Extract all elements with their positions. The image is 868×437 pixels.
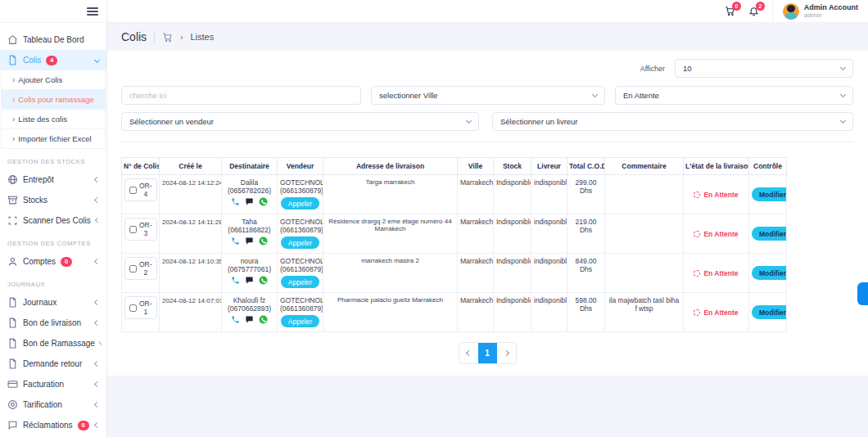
column-header: Contrôle: [749, 158, 787, 175]
sidebar-item-entrepot[interactable]: Entrepôt: [0, 169, 106, 190]
created-cell: 2024-08-12 14:11:28: [160, 214, 222, 254]
whatsapp-icon[interactable]: [259, 197, 268, 206]
floating-settings-button[interactable]: [857, 282, 868, 305]
row-checkbox[interactable]: [129, 265, 137, 273]
city-cell: Marrakech: [458, 175, 494, 214]
courier-select[interactable]: Sélectionner un livreur: [492, 112, 853, 131]
comment-cell: ila majwbatch tasl biha f wtsp: [605, 293, 684, 332]
sidebar-nav: Tableau De BordColis4›Ajouter Colis›Coli…: [0, 23, 106, 435]
sms-icon[interactable]: [245, 197, 254, 206]
phone-icon[interactable]: [231, 276, 240, 285]
sidebar-item-stocks[interactable]: Stocks: [0, 190, 106, 210]
sidebar-item-journaux[interactable]: Journaux: [0, 292, 106, 313]
sms-icon[interactable]: [245, 276, 254, 285]
sms-icon[interactable]: [245, 315, 254, 324]
sidebar-item-tarification[interactable]: Tarification: [0, 394, 106, 415]
row-checkbox[interactable]: [129, 304, 137, 312]
phone-icon[interactable]: [231, 197, 240, 206]
created-cell: 2024-08-12 14:10:35: [160, 254, 222, 293]
chevron-left-icon: [94, 300, 100, 305]
row-checkbox[interactable]: [129, 226, 137, 233]
page-size-select[interactable]: 10: [675, 59, 853, 78]
call-vendor-button[interactable]: Appeler: [281, 315, 319, 327]
home-icon: [7, 34, 18, 45]
sidebar-item-ajouter-colis[interactable]: ›Ajouter Colis: [2, 70, 105, 90]
sidebar-item-liste-des-colis[interactable]: ›Liste des colis: [2, 110, 105, 129]
courier-cell: indisponible: [531, 293, 567, 332]
comment-cell: [605, 254, 684, 293]
sidebar-item-comptes[interactable]: Comptes0: [0, 251, 106, 272]
sidebar-item-demande-retour[interactable]: Demande retour: [0, 354, 106, 374]
whatsapp-icon[interactable]: [259, 315, 268, 324]
city-cell: Marrakech: [458, 214, 494, 254]
call-vendor-button[interactable]: Appeler: [281, 237, 319, 249]
call-vendor-button[interactable]: Appeler: [281, 276, 319, 288]
spinner-icon: [694, 309, 700, 316]
modify-button[interactable]: Modifier: [752, 187, 787, 201]
notifications-button[interactable]: 2: [748, 6, 759, 16]
vendor-cell: GOTECHNOLOGY (0661360879) Appeler: [278, 254, 323, 293]
next-page-button[interactable]: [497, 343, 516, 363]
city-cell: Marrakech: [458, 254, 494, 293]
phone-icon[interactable]: [231, 315, 240, 324]
column-header: Stock: [494, 158, 531, 175]
comment-cell: [605, 214, 684, 254]
modify-button[interactable]: Modifier: [752, 227, 787, 241]
cod-cell: 598.00 Dhs: [567, 293, 605, 332]
sidebar-item-colis-pour-ramassage[interactable]: ›Colis pour ramassage: [2, 90, 105, 110]
hamburger-menu-icon[interactable]: [87, 6, 98, 17]
page-content: Colis › Listes Afficher 10: [106, 23, 868, 437]
sidebar-item-colis[interactable]: Colis4: [0, 50, 106, 70]
created-cell: 2024-08-12 14:12:24: [160, 175, 222, 214]
cod-cell: 299.00 Dhs: [567, 175, 605, 214]
prev-page-button[interactable]: [459, 343, 478, 363]
order-id-box: OR-3: [124, 218, 157, 241]
chevron-left-icon: [94, 381, 100, 387]
file-icon: [7, 55, 18, 65]
sidebar-item-reclamations[interactable]: Réclamations0: [0, 415, 106, 435]
status-select[interactable]: En Attente: [615, 86, 853, 105]
row-checkbox[interactable]: [129, 187, 137, 194]
sidebar-item-tableau-de-bord[interactable]: Tableau De Bord: [0, 29, 106, 50]
address-cell: marrakech masira 2: [323, 254, 458, 293]
sidebar-item-bon-de-livraison[interactable]: Bon de livraison: [0, 313, 106, 333]
cart-button[interactable]: 0: [725, 6, 735, 16]
chevron-left-icon: [94, 422, 100, 428]
breadcrumb-current[interactable]: Listes: [190, 32, 214, 42]
modify-button[interactable]: Modifier: [752, 305, 787, 319]
whatsapp-icon[interactable]: [259, 237, 268, 246]
sidebar-item-importer-fichier-excel[interactable]: ›Importer fichier Excel: [2, 129, 105, 148]
stock-cell: Indisponible: [494, 175, 531, 214]
sms-icon[interactable]: [245, 237, 254, 246]
card-icon: [7, 379, 18, 390]
city-select[interactable]: selectionner Ville: [371, 86, 605, 105]
nav-section-label: GESTION DES COMPTES: [0, 231, 106, 251]
parcels-table: N° de ColisCréé leDestinataireVendeurAdr…: [121, 157, 787, 332]
list-card: Afficher 10 selectionner Ville En Attent…: [106, 51, 868, 376]
sidebar-item-scanner-des-colis[interactable]: Scanner Des Colis: [0, 210, 106, 231]
file-icon: [7, 358, 18, 369]
control-cell: Modifier: [749, 175, 787, 214]
address-cell: Pharmacie palacio gueliz Marrakech: [323, 293, 458, 332]
vendor-select[interactable]: Sélectionner un vendeur: [121, 112, 479, 131]
sidebar-item-facturation[interactable]: Facturation: [0, 374, 106, 394]
search-input[interactable]: [121, 86, 361, 105]
stock-cell: Indisponible: [494, 293, 531, 332]
modify-button[interactable]: Modifier: [752, 266, 787, 280]
file-icon: [7, 338, 18, 349]
courier-cell: indisponible: [531, 214, 567, 254]
pagination: 1: [121, 342, 853, 364]
spinner-icon: [694, 191, 700, 198]
whatsapp-icon[interactable]: [259, 276, 268, 285]
avatar: [783, 3, 799, 20]
user-menu[interactable]: Admin Account admin: [772, 0, 858, 22]
chevron-left-icon: [94, 402, 100, 408]
created-cell: 2024-08-12 14:07:01: [160, 293, 222, 332]
stock-cell: Indisponible: [494, 214, 531, 254]
sidebar-item-bon-de-ramassage[interactable]: Bon de Ramassage: [0, 333, 106, 354]
phone-icon[interactable]: [231, 237, 240, 246]
call-vendor-button[interactable]: Appeler: [281, 197, 319, 209]
chevron-right-icon: ›: [12, 135, 15, 143]
page-1-button[interactable]: 1: [478, 343, 497, 363]
archive-icon: [7, 195, 18, 205]
